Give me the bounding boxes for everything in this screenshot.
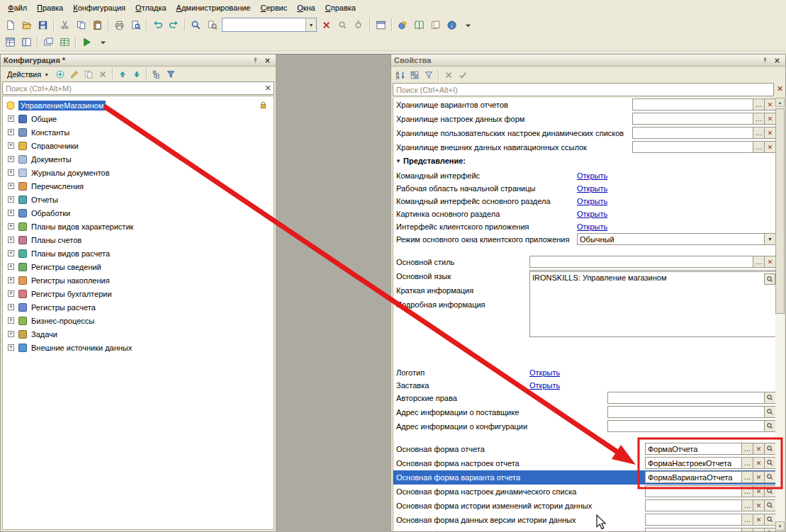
clear-button[interactable] xyxy=(318,17,335,33)
menu-справка[interactable]: Справка xyxy=(320,1,361,14)
find-button[interactable] xyxy=(188,17,204,33)
prop-row[interactable]: Адрес информации о конфигурации xyxy=(393,419,777,434)
prop-field[interactable]: …✕ xyxy=(645,499,776,511)
prop-field[interactable] xyxy=(607,420,776,432)
windows-button[interactable] xyxy=(40,35,57,50)
props-filter-button[interactable] xyxy=(422,69,436,81)
tree-item[interactable]: +Планы счетов xyxy=(3,233,274,247)
dropdown-button[interactable]: ▼ xyxy=(764,234,775,244)
help-button[interactable]: i xyxy=(444,17,460,33)
clone-button[interactable] xyxy=(82,68,96,81)
expand-icon[interactable]: + xyxy=(8,156,14,162)
prop-field[interactable]: …✕ xyxy=(645,514,776,526)
menu-файл[interactable]: Файл xyxy=(3,1,32,14)
open-link[interactable]: Открыть xyxy=(577,197,607,205)
prop-field[interactable] xyxy=(607,392,776,404)
clear-button[interactable]: ✕ xyxy=(764,128,775,138)
window-button[interactable] xyxy=(373,17,389,33)
prop-field[interactable] xyxy=(607,406,776,418)
expand-icon[interactable]: + xyxy=(8,223,14,230)
prop-field[interactable]: ФормаВариантаОтчета…✕ xyxy=(645,471,776,483)
prop-row[interactable]: Хранилище вариантов отчетов…✕ xyxy=(393,98,777,112)
tree-item[interactable]: +Планы видов расчета xyxy=(3,247,274,260)
tree-item[interactable]: +Отчеты xyxy=(3,193,274,206)
apply-button[interactable] xyxy=(456,69,470,81)
clear-button[interactable]: ✕ xyxy=(753,486,764,497)
move-up-button[interactable] xyxy=(116,68,130,81)
clear-button[interactable]: ✕ xyxy=(753,458,764,468)
zoom-button[interactable] xyxy=(764,528,775,531)
collapse-triangle-icon[interactable]: ▼ xyxy=(395,158,401,164)
actions-button[interactable]: Действия▼ xyxy=(3,68,53,81)
prop-row[interactable]: Основная форма…✕ xyxy=(393,527,777,531)
open-link[interactable]: Открыть xyxy=(577,171,607,180)
tree-item[interactable]: +Регистры расчета xyxy=(3,300,274,314)
prop-row[interactable]: Основная форма истории изменений истории… xyxy=(393,499,777,513)
syntax-check-button[interactable] xyxy=(395,17,411,33)
pin-button[interactable] xyxy=(760,56,770,65)
menu-администрирование[interactable]: Администрирование xyxy=(172,1,256,14)
tree-item[interactable]: +Справочники xyxy=(3,139,274,152)
prop-row[interactable]: Подробная информацияIRONSKILLS: Управлен… xyxy=(393,298,777,366)
find-replace-button[interactable] xyxy=(204,17,220,33)
clear-button[interactable]: ✕ xyxy=(764,113,775,124)
prop-row[interactable]: Основная форма данных версии истории дан… xyxy=(393,513,777,527)
expand-icon[interactable]: + xyxy=(8,344,14,351)
ellipsis-button[interactable]: … xyxy=(741,486,753,497)
tree-item[interactable]: +Планы видов характеристик xyxy=(3,220,274,233)
prop-row[interactable]: Основной стиль…✕ xyxy=(393,255,777,269)
prop-row[interactable]: Командный интерфейсОткрыть xyxy=(393,169,777,181)
delete-button[interactable] xyxy=(96,68,110,81)
prop-field[interactable]: …✕ xyxy=(529,256,776,268)
zoom-button[interactable] xyxy=(764,486,775,497)
prop-field[interactable]: …✕ xyxy=(632,98,776,111)
metadata-button[interactable] xyxy=(2,35,18,50)
clear-button[interactable]: ✕ xyxy=(764,99,775,110)
run-more-button[interactable] xyxy=(95,35,111,50)
prop-field[interactable]: IRONSKILLS: Управление магазином xyxy=(529,271,776,337)
prop-field[interactable]: …✕ xyxy=(645,528,776,531)
prop-field[interactable]: …✕ xyxy=(632,141,776,153)
run-button[interactable] xyxy=(79,35,95,50)
new-button[interactable] xyxy=(2,17,18,33)
prop-row[interactable]: Режим основного окна клиентского приложе… xyxy=(393,232,777,247)
prop-row[interactable]: Адрес информации о поставщике xyxy=(393,405,777,419)
prop-row[interactable]: Основная форма отчетаФормаОтчета…✕ xyxy=(393,442,777,456)
menu-сервис[interactable]: Сервис xyxy=(255,1,292,14)
prop-row[interactable]: Основная форма варианта отчетаФормаВариа… xyxy=(393,470,777,485)
toolbar-search-input[interactable] xyxy=(223,21,305,29)
more-button[interactable] xyxy=(460,17,476,33)
expand-icon[interactable]: + xyxy=(8,277,14,283)
prop-field[interactable]: ФормаНастроекОтчета…✕ xyxy=(645,457,776,469)
prop-row[interactable]: Картинка основного разделаОткрыть xyxy=(393,207,777,220)
prop-row[interactable]: Основная форма настроек динамического сп… xyxy=(393,485,777,499)
prop-row[interactable]: Хранилище пользовательских настроек дина… xyxy=(393,126,777,140)
zoom-button[interactable] xyxy=(764,392,775,403)
open-button[interactable] xyxy=(18,17,35,33)
expand-icon[interactable]: + xyxy=(8,142,14,149)
interface-button[interactable] xyxy=(18,35,35,50)
cancel-button[interactable] xyxy=(442,69,456,81)
find-next-button[interactable] xyxy=(335,17,351,33)
ellipsis-button[interactable]: … xyxy=(741,514,753,525)
prop-field[interactable]: ФормаОтчета…✕ xyxy=(645,443,776,455)
close-panel-button[interactable] xyxy=(772,56,782,65)
clear-button[interactable]: ✕ xyxy=(764,256,775,267)
tree-item[interactable]: +Константы xyxy=(3,125,274,139)
search-close-icon[interactable]: ✕ xyxy=(262,84,274,93)
prop-field[interactable]: …✕ xyxy=(632,113,776,125)
properties-search-input[interactable] xyxy=(393,86,773,94)
edit-button[interactable] xyxy=(67,68,82,81)
modules-button[interactable] xyxy=(427,17,444,33)
scroll-down-icon[interactable]: ▼ xyxy=(775,521,785,531)
zoom-button[interactable] xyxy=(764,273,775,285)
syntax-help-button[interactable] xyxy=(411,17,427,33)
open-link[interactable]: Открыть xyxy=(577,210,607,218)
expand-icon[interactable]: + xyxy=(8,264,14,270)
undo-button[interactable] xyxy=(150,17,166,33)
combo-dropdown-icon[interactable]: ▼ xyxy=(305,18,316,31)
tree-item[interactable]: +Обработки xyxy=(3,206,274,220)
close-panel-button[interactable] xyxy=(262,56,273,65)
ellipsis-button[interactable]: … xyxy=(741,472,753,482)
cut-button[interactable] xyxy=(57,17,73,33)
